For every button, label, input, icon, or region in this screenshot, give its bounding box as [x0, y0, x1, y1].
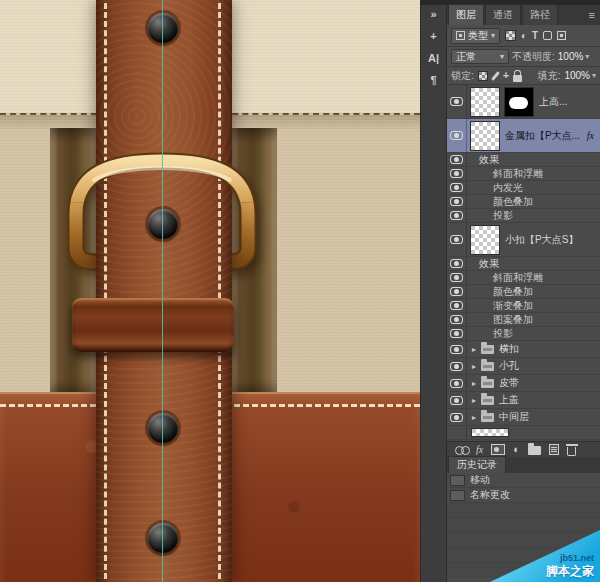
layer-style-icon[interactable]: fx [476, 445, 483, 455]
expand-triangle-icon[interactable]: ▸ [469, 413, 479, 422]
visibility-toggle[interactable] [447, 426, 467, 439]
group-name[interactable]: 上盖 [499, 393, 600, 407]
visibility-toggle[interactable] [447, 181, 467, 194]
effects-header-row[interactable]: 效果 [447, 257, 600, 271]
layer-group-row[interactable]: ▸皮带 [447, 375, 600, 392]
group-name[interactable]: 皮带 [499, 376, 600, 390]
group-name[interactable]: 横扣 [499, 342, 600, 356]
visibility-toggle[interactable] [447, 409, 467, 425]
visibility-toggle[interactable] [447, 341, 467, 357]
layer-effect-row[interactable]: 颜色叠加 [447, 285, 600, 299]
expand-triangle-icon[interactable]: ▸ [469, 379, 479, 388]
lock-position-icon[interactable]: + [503, 70, 509, 81]
visibility-toggle[interactable] [447, 85, 467, 118]
layer-effect-row[interactable]: 图案叠加 [447, 313, 600, 327]
fill-value[interactable]: 100% [564, 70, 596, 81]
add-layer-mask-icon[interactable] [491, 444, 505, 455]
visibility-toggle[interactable] [447, 392, 467, 408]
layer-effect-row[interactable]: 颜色叠加 [447, 195, 600, 209]
layer-effect-row[interactable]: 斜面和浮雕 [447, 271, 600, 285]
document-canvas[interactable] [0, 0, 420, 582]
layer-thumbnail[interactable] [471, 428, 509, 437]
layer-effect-row[interactable]: 投影 [447, 327, 600, 341]
filter-smart-objects-icon[interactable] [557, 31, 566, 40]
effect-name[interactable]: 投影 [493, 327, 513, 341]
visibility-toggle[interactable] [447, 358, 467, 374]
visibility-toggle[interactable] [447, 223, 467, 256]
history-item[interactable]: 移动 [447, 473, 600, 488]
delete-layer-icon[interactable] [567, 447, 576, 456]
layer-row[interactable]: 小扣【P大点S】 [447, 223, 600, 257]
layer-group-row[interactable]: ▸上盖 [447, 392, 600, 409]
layer-row[interactable] [447, 426, 600, 440]
group-name[interactable]: 小孔 [499, 359, 600, 373]
filter-shape-layers-icon[interactable] [543, 31, 552, 40]
move-tool-icon[interactable]: + [430, 31, 436, 42]
effect-name[interactable]: 颜色叠加 [493, 195, 533, 209]
paragraph-panel-icon[interactable]: ¶ [430, 75, 436, 86]
visibility-toggle[interactable] [447, 313, 467, 326]
effects-label[interactable]: 效果 [479, 153, 499, 167]
effect-name[interactable]: 图案叠加 [493, 313, 533, 327]
lock-image-pixels-icon[interactable] [491, 71, 500, 81]
expand-triangle-icon[interactable]: ▸ [469, 345, 479, 354]
layer-effect-row[interactable]: 斜面和浮雕 [447, 167, 600, 181]
layer-group-row[interactable]: ▸横扣 [447, 341, 600, 358]
visibility-toggle[interactable] [447, 271, 467, 284]
effect-name[interactable]: 内发光 [493, 181, 523, 195]
blend-mode-dropdown[interactable]: 正常 [451, 49, 509, 64]
layer-row[interactable]: 上高... [447, 85, 600, 119]
visibility-toggle[interactable] [447, 299, 467, 312]
visibility-toggle[interactable] [447, 327, 467, 340]
layer-row[interactable]: 金属扣【P大点...fx [447, 119, 600, 153]
filter-kind-dropdown[interactable]: 类型 [451, 28, 500, 44]
panel-menu-icon[interactable]: ≡ [584, 10, 600, 21]
layer-effect-row[interactable]: 渐变叠加 [447, 299, 600, 313]
layer-thumbnail[interactable] [470, 121, 500, 151]
effect-name[interactable]: 渐变叠加 [493, 299, 533, 313]
layer-group-row[interactable]: ▸小孔 [447, 358, 600, 375]
opacity-value[interactable]: 100% [558, 51, 590, 62]
new-layer-icon[interactable] [549, 444, 559, 455]
layer-name[interactable]: 小扣【P大点S】 [505, 234, 581, 245]
filter-pixel-layers-icon[interactable] [505, 30, 516, 41]
tab-channels[interactable]: 通道 [485, 4, 521, 25]
layer-fx-badge[interactable]: fx [587, 130, 594, 141]
visibility-toggle[interactable] [447, 153, 467, 166]
filter-type-layers-icon[interactable]: T [532, 31, 538, 41]
visibility-toggle[interactable] [447, 285, 467, 298]
expand-triangle-icon[interactable]: ▸ [469, 362, 479, 371]
vertical-guide-line[interactable] [162, 0, 163, 582]
lock-all-icon[interactable] [513, 75, 522, 82]
layer-group-row[interactable]: ▸中间层 [447, 409, 600, 426]
link-layers-icon[interactable] [455, 446, 468, 453]
visibility-toggle[interactable] [447, 375, 467, 391]
effects-header-row[interactable]: 效果 [447, 153, 600, 167]
layer-effect-row[interactable]: 内发光 [447, 181, 600, 195]
visibility-toggle[interactable] [447, 257, 467, 270]
effect-name[interactable]: 斜面和浮雕 [493, 167, 543, 181]
effects-label[interactable]: 效果 [479, 257, 499, 271]
filter-adjustment-layers-icon[interactable]: ◐ [521, 31, 527, 41]
tab-history[interactable]: 历史记录 [448, 456, 506, 473]
history-item[interactable]: 名称更改 [447, 488, 600, 503]
layer-effect-row[interactable]: 投影 [447, 209, 600, 223]
effect-name[interactable]: 颜色叠加 [493, 285, 533, 299]
layer-name[interactable]: 上高... [539, 95, 600, 109]
lock-transparent-pixels-icon[interactable] [478, 71, 488, 81]
visibility-toggle[interactable] [447, 209, 467, 222]
visibility-toggle[interactable] [447, 167, 467, 180]
effect-name[interactable]: 投影 [493, 209, 513, 223]
character-panel-icon[interactable]: A| [428, 53, 439, 64]
layer-thumbnail[interactable] [470, 87, 500, 117]
layer-mask-thumbnail[interactable] [504, 87, 534, 117]
tab-paths[interactable]: 路径 [522, 4, 558, 25]
new-group-icon[interactable] [528, 446, 541, 455]
effect-name[interactable]: 斜面和浮雕 [493, 271, 543, 285]
expand-panels-icon[interactable]: » [430, 9, 436, 20]
visibility-toggle[interactable] [447, 119, 467, 152]
layer-name[interactable]: 金属扣【P大点... [505, 129, 587, 143]
visibility-toggle[interactable] [447, 195, 467, 208]
layer-thumbnail[interactable] [470, 225, 500, 255]
group-name[interactable]: 中间层 [499, 410, 600, 424]
